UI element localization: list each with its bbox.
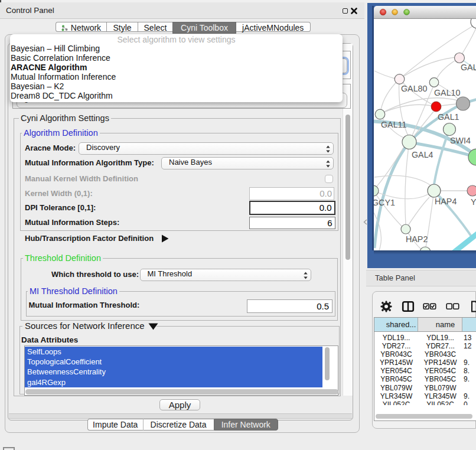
svg-text:HAP2: HAP2 (406, 234, 428, 244)
svg-text:SWI4: SWI4 (450, 136, 471, 145)
svg-text:GAL: GAL (461, 63, 476, 72)
svg-text:GAL1: GAL1 (438, 112, 459, 122)
svg-text:GCY1: GCY1 (374, 198, 395, 207)
svg-text:Y: Y (471, 197, 476, 207)
svg-text:GAL10: GAL10 (434, 88, 461, 97)
svg-text:GAL4: GAL4 (412, 150, 433, 159)
svg-text:HAP4: HAP4 (435, 197, 457, 206)
svg-text:GAL80: GAL80 (401, 84, 428, 93)
svg-text:GAL11: GAL11 (381, 120, 406, 129)
